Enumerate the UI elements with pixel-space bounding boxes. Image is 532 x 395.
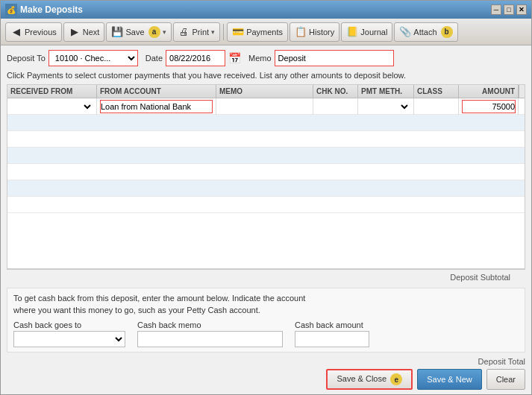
save-icon: 💾	[111, 26, 123, 38]
next-button[interactable]: ▶ Next	[63, 22, 105, 42]
cash-amount-group: Cash back amount	[295, 320, 369, 347]
col-header-received: RECEIVED FROM	[7, 85, 97, 98]
table-body	[7, 98, 525, 268]
cash-back-instruction: To get cash back from this deposit, ente…	[13, 293, 519, 316]
deposit-to-label: Deposit To	[7, 54, 46, 63]
calendar-icon[interactable]: 📅	[228, 52, 241, 64]
deposits-table: RECEIVED FROM FROM ACCOUNT MEMO CHK NO. …	[7, 84, 525, 269]
minimize-button[interactable]: ─	[491, 4, 501, 15]
memo-group: Memo	[248, 50, 394, 66]
table-row	[7, 180, 525, 197]
col-header-chk: CHK NO.	[313, 85, 358, 98]
bottom-section: Deposit Total Save & Close e Save & New …	[7, 357, 525, 390]
title-left: 💰 Make Deposits	[5, 4, 83, 16]
make-deposits-window: 💰 Make Deposits ─ □ ✕ ◀ Previous ▶ Next …	[0, 0, 532, 395]
instruction-text: Click Payments to select customer paymen…	[7, 71, 525, 80]
cash-amount-input[interactable]	[295, 331, 369, 347]
window-icon: 💰	[5, 4, 17, 16]
table-row	[7, 131, 525, 148]
col-header-memo: MEMO	[216, 85, 313, 98]
cash-memo-label: Cash back memo	[137, 320, 283, 329]
cash-goes-to-select[interactable]	[13, 331, 125, 347]
toolbar: ◀ Previous ▶ Next 💾 Save a ▾ 🖨 Print ▾ 💳…	[1, 19, 531, 45]
maximize-button[interactable]: □	[504, 4, 514, 15]
received-from-select[interactable]	[10, 100, 93, 113]
cell-memo	[216, 98, 313, 115]
cash-amount-label: Cash back amount	[295, 320, 369, 329]
cash-back-line2: where you want this money to go, such as…	[13, 306, 260, 315]
window-title: Make Deposits	[20, 4, 83, 15]
clear-button[interactable]: Clear	[486, 369, 525, 390]
date-input[interactable]	[166, 50, 225, 66]
previous-icon: ◀	[10, 26, 22, 38]
subtotal-label: Deposit Subtotal	[450, 273, 510, 282]
title-bar: 💰 Make Deposits ─ □ ✕	[1, 1, 531, 19]
table-header-row: RECEIVED FROM FROM ACCOUNT MEMO CHK NO. …	[7, 85, 525, 98]
close-button[interactable]: ✕	[516, 4, 527, 15]
cash-back-line1: To get cash back from this deposit, ente…	[13, 294, 305, 303]
annotation-e: e	[390, 373, 402, 385]
pmt-meth-select[interactable]	[361, 100, 410, 113]
cash-goes-to-label: Cash back goes to	[13, 320, 125, 329]
cell-pmt-meth	[358, 98, 414, 115]
title-bar-controls: ─ □ ✕	[491, 4, 527, 15]
table-row	[7, 98, 525, 115]
print-dropdown-arrow[interactable]: ▾	[211, 28, 215, 36]
attach-button[interactable]: 📎 Attach b	[394, 22, 457, 42]
toolbar-separator	[223, 24, 224, 40]
cash-memo-group: Cash back memo	[137, 320, 283, 347]
save-close-button[interactable]: Save & Close e	[326, 369, 413, 390]
annotation-b: b	[441, 26, 453, 38]
memo-input[interactable]	[275, 50, 394, 66]
content-area: Deposit To 10100 · Chec... Date 📅 Memo C…	[1, 45, 531, 394]
date-label: Date	[145, 54, 163, 63]
class-input[interactable]	[417, 100, 455, 113]
top-fields-row: Deposit To 10100 · Chec... Date 📅 Memo	[7, 50, 525, 66]
amount-input[interactable]	[462, 100, 516, 113]
col-header-amount: AMOUNT	[459, 85, 519, 98]
previous-button[interactable]: ◀ Previous	[5, 22, 62, 42]
date-group: Date 📅	[145, 50, 241, 66]
cell-class	[414, 98, 459, 115]
subtotal-row: Deposit Subtotal	[7, 269, 525, 285]
journal-icon: 📒	[346, 26, 358, 38]
table-row	[7, 148, 525, 164]
col-header-from-account: FROM ACCOUNT	[97, 85, 216, 98]
payments-icon: 💳	[232, 26, 244, 38]
journal-button[interactable]: 📒 Journal	[341, 22, 392, 42]
table-row	[7, 197, 525, 213]
print-icon: 🖨	[178, 26, 190, 38]
table-row	[7, 164, 525, 180]
deposit-to-group: Deposit To 10100 · Chec...	[7, 50, 138, 66]
cash-back-section: To get cash back from this deposit, ente…	[7, 288, 525, 353]
next-icon: ▶	[69, 26, 81, 38]
row-memo-input[interactable]	[219, 100, 310, 113]
scrollbar-header-spacer	[519, 85, 525, 98]
save-new-button[interactable]: Save & New	[417, 369, 482, 390]
payments-button[interactable]: 💳 Payments	[227, 22, 288, 42]
bottom-buttons: Save & Close e Save & New Clear	[326, 369, 525, 390]
cell-chk-no	[313, 98, 358, 115]
cell-from-account	[97, 98, 216, 115]
from-account-input[interactable]	[100, 100, 213, 113]
annotation-a: a	[148, 26, 160, 38]
save-button[interactable]: 💾 Save a ▾	[106, 22, 171, 42]
table-row	[7, 115, 525, 131]
print-button[interactable]: 🖨 Print ▾	[173, 22, 221, 42]
cell-amount	[459, 98, 519, 115]
history-icon: 📋	[295, 26, 307, 38]
memo-label: Memo	[248, 54, 272, 63]
chk-no-input[interactable]	[316, 100, 354, 113]
col-header-pmt: PMT METH.	[358, 85, 414, 98]
cash-memo-input[interactable]	[137, 331, 283, 347]
history-button[interactable]: 📋 History	[290, 22, 339, 42]
cash-back-fields: Cash back goes to Cash back memo Cash ba…	[13, 320, 519, 347]
col-header-class: CLASS	[414, 85, 459, 98]
deposit-total-label: Deposit Total	[478, 357, 525, 366]
cash-goes-to-group: Cash back goes to	[13, 320, 125, 347]
deposit-to-select[interactable]: 10100 · Chec...	[48, 50, 138, 66]
save-dropdown-arrow[interactable]: ▾	[163, 28, 166, 36]
attach-icon: 📎	[399, 26, 411, 38]
cell-received-from	[7, 98, 97, 115]
